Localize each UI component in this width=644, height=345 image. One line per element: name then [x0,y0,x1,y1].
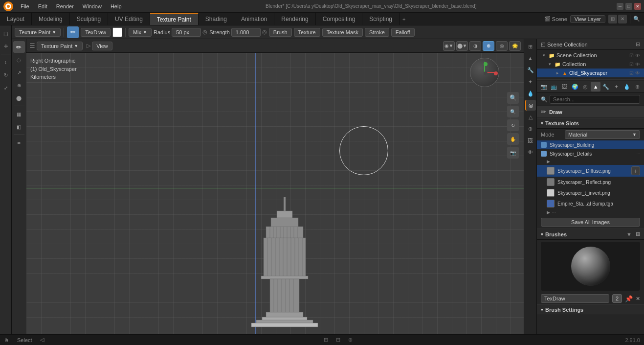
outliner-item-scene-collection[interactable]: ▾ 📁 Scene Collection ☑ 👁 [537,51,644,60]
color-swatch-fg[interactable] [112,27,122,37]
props-object-icon[interactable]: ▲ [591,82,600,92]
mask-btn[interactable]: Texture Mask [322,28,363,37]
viewport-icon-1[interactable]: ⊞ [608,15,617,23]
brush-name-display[interactable]: TexDraw [541,294,609,303]
outliner-item-skyscraper[interactable]: ▸ ▲ Old_Skyscraper ☑ 👁 [537,69,644,77]
tool-fill[interactable]: ⬤ [13,92,25,104]
tool-select-box[interactable]: ⬚ [0,27,12,39]
mode-select[interactable]: Material ▼ [565,130,640,139]
tab-texture-paint[interactable]: Texture Paint [150,13,199,25]
collection-eye-icon[interactable]: 👁 [635,62,640,67]
blend-mode-dropdown[interactable]: Mix ▼ [129,28,152,37]
nav-zoom-in[interactable]: 🔍 [507,92,519,104]
outliner-item-collection[interactable]: ▾ 📁 Collection ☑ 👁 [537,60,644,69]
props-icon-physics[interactable]: 💧 [525,88,536,99]
props-constraint-icon[interactable]: ⊕ [633,82,642,92]
props-physics-icon[interactable]: 💧 [622,82,631,92]
texture-file-reflect[interactable]: Skyscraper_ Reflect.png [537,177,644,187]
viewport-overlay-icon[interactable]: ◉▼ [443,41,455,51]
props-icon-view[interactable]: 👁 [525,147,536,158]
outliner-toggle-skyscraper[interactable]: ▸ [555,70,560,76]
brushes-expand-icon[interactable]: ▼ [626,231,632,237]
scene-collection-eye-icon[interactable]: 👁 [635,53,640,58]
brush-pin-icon[interactable]: 📌 [625,295,633,302]
props-output-icon[interactable]: 📺 [549,82,558,92]
props-icon-particles[interactable]: ✦ [525,76,536,87]
props-scene-icon[interactable]: 🌍 [570,82,579,92]
brush-settings-header[interactable]: ▾ Brush Settings [537,304,644,315]
tab-animation[interactable]: Animation [234,13,274,25]
props-icon-output[interactable]: 🖼 [525,135,536,146]
tool-annotate[interactable]: ✒ [13,137,25,149]
viewport-shading-icon[interactable]: ⬤▼ [456,41,468,51]
view-layer-badge[interactable]: View Layer [570,15,605,23]
tool-mask[interactable]: ▦ [13,108,25,120]
props-icon-modifier[interactable]: 🔧 [525,65,536,75]
outliner-toggle-scene[interactable]: ▾ [541,52,547,58]
props-modifier-icon[interactable]: 🔧 [601,82,611,92]
menu-edit[interactable]: Edit [34,2,51,10]
texture-slots-header[interactable]: ▾ Texture Slots [537,118,644,129]
win-minimize[interactable]: ─ [617,3,623,10]
strength-picker-icon[interactable]: ◎ [262,29,267,35]
texture-file-invert[interactable]: Skyscraper_t_invert.png [537,187,644,198]
props-particles-icon[interactable]: ✦ [612,82,621,92]
properties-search-input[interactable] [550,95,640,104]
tool-gradient[interactable]: ◧ [13,121,25,133]
props-view-layer-icon[interactable]: 🖼 [560,82,569,92]
save-all-images-btn[interactable]: Save All Images [541,218,640,227]
tool-scale[interactable]: ⤢ [0,82,12,93]
menu-file[interactable]: File [17,2,33,10]
viewport-draw-btn[interactable]: ▷ [87,43,90,49]
tab-uv-editing[interactable]: UV Editing [108,13,150,25]
tab-shading[interactable]: Shading [199,13,234,25]
scene-collection-vis-icon[interactable]: ☑ [629,53,634,58]
texture-slot-details[interactable]: Skyscraper_Details ··· [537,149,644,158]
props-icon-material[interactable]: ◎ [525,100,536,111]
falloff-btn[interactable]: Falloff [391,28,415,37]
scene-selector[interactable]: 🎬 Scene [544,16,567,22]
viewport-view-btn[interactable]: View [92,42,112,50]
menu-render[interactable]: Render [52,2,78,10]
mode-dropdown[interactable]: Texture Paint ▼ [15,28,61,37]
tool-draw[interactable]: ✏ [13,41,25,53]
tab-sculpting[interactable]: Sculpting [70,13,108,25]
tool-move[interactable]: ↕ [0,56,12,68]
outliner-filter-icon[interactable]: ⊟ [636,41,640,47]
tab-layout[interactable]: Layout [0,13,32,25]
search-icon[interactable]: 🔍 [633,16,640,22]
props-icon-scene[interactable]: ⊞ [525,41,536,52]
tool-clone[interactable]: ⊕ [13,79,25,91]
viewport-shading-solid[interactable]: ◑ [469,41,481,51]
viewport-main[interactable]: Right Orthographic (1) Old_Skyscraper Ki… [26,53,524,334]
tool-cursor[interactable]: ✛ [0,40,12,52]
radius-picker-icon[interactable]: ◎ [202,29,207,35]
tool-rotate[interactable]: ↻ [0,69,12,81]
skyscraper-eye-icon[interactable]: 👁 [635,70,640,76]
collection-vis-icon[interactable]: ☑ [629,62,634,67]
nav-rotate[interactable]: ↻ [507,119,519,131]
viewport-shading-render[interactable]: 🌟 [509,41,521,51]
nav-zoom-out[interactable]: 🔍 [507,106,519,117]
props-render-icon[interactable]: 📷 [539,82,548,92]
win-maximize[interactable]: □ [625,3,632,10]
strength-value[interactable]: 1.000 [231,28,261,37]
outliner-toggle-collection[interactable]: ▾ [547,61,553,67]
props-world-icon[interactable]: ◎ [580,82,590,92]
menu-help[interactable]: Help [107,2,126,10]
brushes-header[interactable]: ▾ Brushes ▼ ⊞ [537,229,644,240]
brush-close-icon[interactable]: ✕ [636,296,640,302]
menu-window[interactable]: Window [79,2,106,10]
tab-modeling[interactable]: Modeling [32,13,70,25]
viewport-shading-mat[interactable]: ◎ [496,41,508,51]
viewport-gizmo[interactable] [470,58,499,87]
texture-add-btn[interactable]: + [631,166,640,175]
brush-active-icon[interactable]: ✏ [67,26,79,38]
texture-file-bump[interactable]: Empire_Sta...al Bump.tga [537,198,644,209]
radius-value[interactable]: 50 px [172,28,201,37]
viewport-shading-texture[interactable]: ⊕ [483,41,494,51]
brushes-settings-icon[interactable]: ⊞ [636,231,640,237]
tab-add[interactable]: + [400,13,408,25]
brush-btn[interactable]: Brush [269,28,292,37]
texture-btn[interactable]: Texture [294,28,320,37]
